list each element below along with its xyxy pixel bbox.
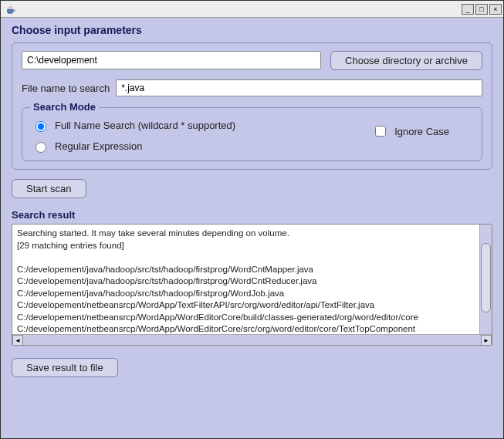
search-mode-title: Search Mode	[30, 101, 99, 113]
result-line: Searching started. It may take several m…	[17, 228, 475, 240]
java-icon	[5, 4, 16, 15]
radio-full-name[interactable]: Full Name Search (wildcard * supported)	[32, 119, 235, 132]
result-line: C:/developement/netbeansrcp/WordApp/Word…	[17, 323, 475, 334]
result-box: Searching started. It may take several m…	[12, 224, 492, 346]
radio-full-name-input[interactable]	[36, 121, 46, 132]
result-line: C:/developement/netbeansrcp/WordApp/Text…	[17, 299, 475, 312]
checkbox-ignore-case-input[interactable]	[375, 126, 386, 137]
close-button[interactable]: ×	[489, 4, 502, 15]
radio-regex-input[interactable]	[36, 142, 46, 153]
result-text[interactable]: Searching started. It may take several m…	[12, 225, 479, 334]
radio-regex-label: Regular Expression	[55, 140, 142, 152]
titlebar: _ □ ×	[1, 1, 503, 18]
maximize-button[interactable]: □	[475, 4, 488, 15]
result-line	[17, 252, 475, 264]
directory-input[interactable]	[22, 51, 321, 69]
vertical-scroll-thumb[interactable]	[481, 243, 491, 312]
radio-regex[interactable]: Regular Expression	[32, 140, 235, 153]
section-title: Choose input parameters	[12, 24, 492, 36]
save-result-button[interactable]: Save result to file	[12, 358, 118, 377]
vertical-scrollbar[interactable]	[479, 225, 492, 334]
input-panel: Choose directory or archive File name to…	[12, 42, 492, 170]
result-header: Search result	[12, 209, 492, 221]
result-line: C:/developement/java/hadoop/src/tst/hado…	[17, 275, 475, 288]
radio-full-name-label: Full Name Search (wildcard * supported)	[55, 120, 235, 131]
filename-label: File name to search	[22, 83, 110, 94]
checkbox-ignore-case[interactable]: Ignore Case	[372, 123, 449, 139]
horizontal-scrollbar[interactable]: ◄ ►	[12, 334, 492, 345]
result-line: C:/developement/netbeansrcp/WordApp/Word…	[17, 312, 475, 324]
filename-input[interactable]	[116, 79, 482, 96]
app-window: _ □ × Choose input parameters Choose dir…	[0, 0, 504, 439]
result-line: [29 matching entries found]	[17, 240, 475, 252]
choose-directory-button[interactable]: Choose directory or archive	[330, 51, 482, 70]
result-line: C:/developement/java/hadoop/src/tst/hado…	[17, 264, 475, 276]
result-line: C:/developement/java/hadoop/src/tst/hado…	[17, 288, 475, 300]
minimize-button[interactable]: _	[462, 4, 474, 15]
checkbox-ignore-case-label: Ignore Case	[394, 126, 449, 137]
start-scan-button[interactable]: Start scan	[12, 179, 86, 198]
hscroll-right-button[interactable]: ►	[481, 335, 492, 346]
hscroll-left-button[interactable]: ◄	[12, 335, 23, 346]
search-mode-panel: Search Mode Full Name Search (wildcard *…	[22, 107, 482, 161]
